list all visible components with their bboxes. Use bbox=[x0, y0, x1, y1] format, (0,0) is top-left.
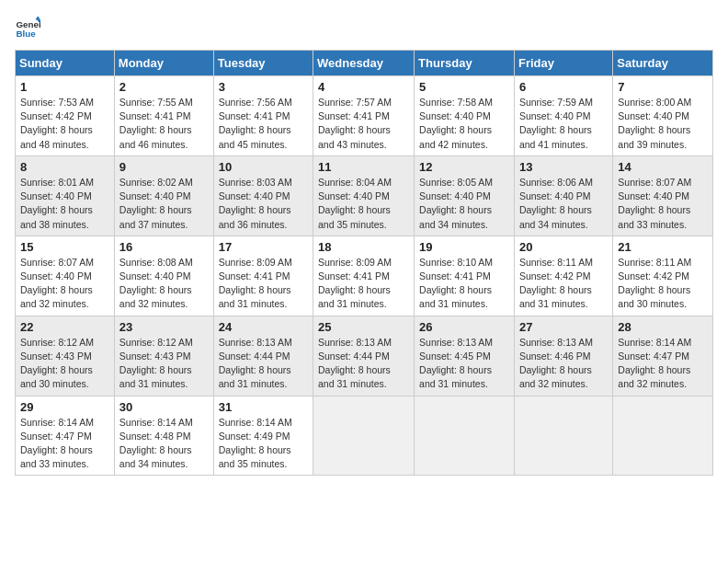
calendar-cell: 3 Sunrise: 7:56 AMSunset: 4:41 PMDayligh… bbox=[213, 76, 313, 156]
calendar-cell: 27 Sunrise: 8:13 AMSunset: 4:46 PMDaylig… bbox=[514, 316, 612, 396]
day-info: Sunrise: 8:03 AMSunset: 4:40 PMDaylight:… bbox=[219, 176, 308, 232]
day-info: Sunrise: 8:13 AMSunset: 4:44 PMDaylight:… bbox=[219, 336, 308, 392]
day-info: Sunrise: 8:13 AMSunset: 4:46 PMDaylight:… bbox=[519, 336, 608, 392]
day-info: Sunrise: 7:57 AMSunset: 4:41 PMDaylight:… bbox=[318, 96, 409, 152]
day-number: 15 bbox=[20, 240, 109, 254]
calendar-cell: 15 Sunrise: 8:07 AMSunset: 4:40 PMDaylig… bbox=[16, 236, 115, 316]
svg-marker-2 bbox=[35, 16, 40, 19]
calendar-cell: 7 Sunrise: 8:00 AMSunset: 4:40 PMDayligh… bbox=[613, 76, 713, 156]
day-number: 10 bbox=[219, 160, 308, 174]
day-number: 30 bbox=[119, 400, 209, 414]
week-row-2: 8 Sunrise: 8:01 AMSunset: 4:40 PMDayligh… bbox=[16, 155, 713, 236]
day-info: Sunrise: 8:00 AMSunset: 4:40 PMDaylight:… bbox=[618, 96, 708, 152]
calendar-cell bbox=[514, 396, 612, 476]
day-info: Sunrise: 7:56 AMSunset: 4:41 PMDaylight:… bbox=[219, 96, 308, 152]
day-info: Sunrise: 8:07 AMSunset: 4:40 PMDaylight:… bbox=[618, 176, 708, 232]
day-info: Sunrise: 8:04 AMSunset: 4:40 PMDaylight:… bbox=[318, 176, 409, 232]
calendar-table: SundayMondayTuesdayWednesdayThursdayFrid… bbox=[15, 50, 713, 476]
calendar-cell: 6 Sunrise: 7:59 AMSunset: 4:40 PMDayligh… bbox=[514, 76, 612, 156]
day-info: Sunrise: 8:14 AMSunset: 4:48 PMDaylight:… bbox=[119, 416, 209, 472]
day-number: 19 bbox=[419, 240, 509, 254]
day-info: Sunrise: 8:05 AMSunset: 4:40 PMDaylight:… bbox=[419, 176, 509, 232]
day-number: 26 bbox=[419, 320, 509, 334]
day-number: 3 bbox=[219, 80, 308, 94]
day-number: 4 bbox=[318, 80, 409, 94]
calendar-cell: 19 Sunrise: 8:10 AMSunset: 4:41 PMDaylig… bbox=[415, 236, 515, 316]
calendar-cell: 22 Sunrise: 8:12 AMSunset: 4:43 PMDaylig… bbox=[16, 316, 115, 396]
day-info: Sunrise: 8:13 AMSunset: 4:45 PMDaylight:… bbox=[419, 336, 509, 392]
day-info: Sunrise: 8:09 AMSunset: 4:41 PMDaylight:… bbox=[219, 256, 308, 312]
logo: General Blue bbox=[15, 15, 44, 40]
calendar-cell: 16 Sunrise: 8:08 AMSunset: 4:40 PMDaylig… bbox=[114, 236, 213, 316]
day-info: Sunrise: 8:11 AMSunset: 4:42 PMDaylight:… bbox=[618, 256, 708, 312]
day-number: 8 bbox=[20, 160, 109, 174]
calendar-cell: 13 Sunrise: 8:06 AMSunset: 4:40 PMDaylig… bbox=[514, 155, 612, 236]
day-number: 17 bbox=[219, 240, 308, 254]
day-number: 16 bbox=[119, 240, 209, 254]
calendar-cell: 26 Sunrise: 8:13 AMSunset: 4:45 PMDaylig… bbox=[415, 316, 515, 396]
day-number: 1 bbox=[20, 80, 109, 94]
calendar-cell: 5 Sunrise: 7:58 AMSunset: 4:40 PMDayligh… bbox=[415, 76, 515, 156]
calendar-cell: 17 Sunrise: 8:09 AMSunset: 4:41 PMDaylig… bbox=[213, 236, 313, 316]
calendar-cell: 28 Sunrise: 8:14 AMSunset: 4:47 PMDaylig… bbox=[613, 316, 713, 396]
day-number: 5 bbox=[419, 80, 509, 94]
col-header-friday: Friday bbox=[514, 51, 612, 76]
day-info: Sunrise: 8:11 AMSunset: 4:42 PMDaylight:… bbox=[519, 256, 608, 312]
calendar-cell: 12 Sunrise: 8:05 AMSunset: 4:40 PMDaylig… bbox=[415, 155, 515, 236]
header-row: SundayMondayTuesdayWednesdayThursdayFrid… bbox=[16, 51, 713, 76]
col-header-monday: Monday bbox=[114, 51, 213, 76]
calendar-cell: 31 Sunrise: 8:14 AMSunset: 4:49 PMDaylig… bbox=[213, 396, 313, 476]
day-info: Sunrise: 8:01 AMSunset: 4:40 PMDaylight:… bbox=[20, 176, 109, 232]
calendar-cell: 11 Sunrise: 8:04 AMSunset: 4:40 PMDaylig… bbox=[313, 155, 415, 236]
calendar-cell: 30 Sunrise: 8:14 AMSunset: 4:48 PMDaylig… bbox=[114, 396, 213, 476]
calendar-cell bbox=[313, 396, 415, 476]
day-number: 23 bbox=[119, 320, 209, 334]
week-row-3: 15 Sunrise: 8:07 AMSunset: 4:40 PMDaylig… bbox=[16, 236, 713, 316]
col-header-wednesday: Wednesday bbox=[313, 51, 415, 76]
day-info: Sunrise: 8:02 AMSunset: 4:40 PMDaylight:… bbox=[119, 176, 209, 232]
calendar-cell: 29 Sunrise: 8:14 AMSunset: 4:47 PMDaylig… bbox=[16, 396, 115, 476]
day-number: 13 bbox=[519, 160, 608, 174]
day-info: Sunrise: 8:10 AMSunset: 4:41 PMDaylight:… bbox=[419, 256, 509, 312]
day-number: 20 bbox=[519, 240, 608, 254]
calendar-cell: 9 Sunrise: 8:02 AMSunset: 4:40 PMDayligh… bbox=[114, 155, 213, 236]
calendar-cell: 20 Sunrise: 8:11 AMSunset: 4:42 PMDaylig… bbox=[514, 236, 612, 316]
day-info: Sunrise: 7:55 AMSunset: 4:41 PMDaylight:… bbox=[119, 96, 209, 152]
day-number: 7 bbox=[618, 80, 708, 94]
calendar-cell: 1 Sunrise: 7:53 AMSunset: 4:42 PMDayligh… bbox=[16, 76, 115, 156]
day-info: Sunrise: 8:14 AMSunset: 4:49 PMDaylight:… bbox=[219, 416, 308, 472]
day-number: 2 bbox=[119, 80, 209, 94]
day-number: 21 bbox=[618, 240, 708, 254]
day-number: 28 bbox=[618, 320, 708, 334]
day-number: 22 bbox=[20, 320, 109, 334]
calendar-cell: 23 Sunrise: 8:12 AMSunset: 4:43 PMDaylig… bbox=[114, 316, 213, 396]
day-number: 6 bbox=[519, 80, 608, 94]
calendar-cell: 21 Sunrise: 8:11 AMSunset: 4:42 PMDaylig… bbox=[613, 236, 713, 316]
logo-icon: General Blue bbox=[15, 15, 40, 40]
calendar-cell: 18 Sunrise: 8:09 AMSunset: 4:41 PMDaylig… bbox=[313, 236, 415, 316]
calendar-cell bbox=[613, 396, 713, 476]
day-info: Sunrise: 8:08 AMSunset: 4:40 PMDaylight:… bbox=[119, 256, 209, 312]
day-info: Sunrise: 8:13 AMSunset: 4:44 PMDaylight:… bbox=[318, 336, 409, 392]
day-info: Sunrise: 8:09 AMSunset: 4:41 PMDaylight:… bbox=[318, 256, 409, 312]
day-number: 18 bbox=[318, 240, 409, 254]
calendar-cell: 14 Sunrise: 8:07 AMSunset: 4:40 PMDaylig… bbox=[613, 155, 713, 236]
col-header-sunday: Sunday bbox=[16, 51, 115, 76]
day-number: 25 bbox=[318, 320, 409, 334]
calendar-cell: 10 Sunrise: 8:03 AMSunset: 4:40 PMDaylig… bbox=[213, 155, 313, 236]
day-info: Sunrise: 8:14 AMSunset: 4:47 PMDaylight:… bbox=[618, 336, 708, 392]
week-row-5: 29 Sunrise: 8:14 AMSunset: 4:47 PMDaylig… bbox=[16, 396, 713, 476]
day-number: 31 bbox=[219, 400, 308, 414]
week-row-4: 22 Sunrise: 8:12 AMSunset: 4:43 PMDaylig… bbox=[16, 316, 713, 396]
calendar-cell: 24 Sunrise: 8:13 AMSunset: 4:44 PMDaylig… bbox=[213, 316, 313, 396]
col-header-saturday: Saturday bbox=[613, 51, 713, 76]
day-info: Sunrise: 8:14 AMSunset: 4:47 PMDaylight:… bbox=[20, 416, 109, 472]
col-header-tuesday: Tuesday bbox=[213, 51, 313, 76]
day-number: 14 bbox=[618, 160, 708, 174]
day-number: 11 bbox=[318, 160, 409, 174]
day-info: Sunrise: 8:12 AMSunset: 4:43 PMDaylight:… bbox=[20, 336, 109, 392]
svg-text:Blue: Blue bbox=[16, 29, 36, 39]
day-info: Sunrise: 8:07 AMSunset: 4:40 PMDaylight:… bbox=[20, 256, 109, 312]
calendar-cell: 2 Sunrise: 7:55 AMSunset: 4:41 PMDayligh… bbox=[114, 76, 213, 156]
day-number: 24 bbox=[219, 320, 308, 334]
